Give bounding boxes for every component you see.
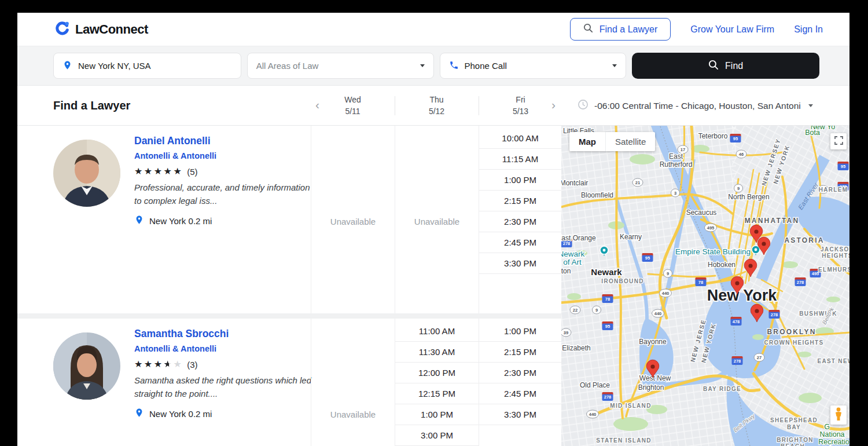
svg-text:95: 95 <box>733 136 738 141</box>
day-of-week: Thu <box>429 94 443 106</box>
map-label: ton <box>561 267 571 275</box>
availability-col-wed: Unavailable <box>311 126 395 313</box>
star-icon: ★ <box>144 360 154 369</box>
lawyer-info: Samantha Sbrocchi Antonelli & Antonelli … <box>134 328 317 419</box>
lawyer-list: Daniel Antonelli Antonelli & Antonelli ★… <box>17 126 561 446</box>
review-count: (5) <box>187 167 197 176</box>
map-label: Brighton <box>638 383 664 392</box>
road-shield: 78 <box>602 294 613 303</box>
map-view-button[interactable]: Map <box>569 132 605 151</box>
road-shield: 46 <box>736 150 746 158</box>
lawyer-firm-link[interactable]: Antonelli & Antonelli <box>134 344 317 353</box>
contact-method-select[interactable]: Phone Call <box>440 53 627 79</box>
map-panel[interactable]: 95461721939A4959597844044078229278495278… <box>561 126 849 446</box>
nav-grow-your-law-firm-link[interactable]: Grow Your Law Firm <box>690 24 774 35</box>
availability-col-fri: 10:00 AM11:15 AM1:00 PM2:15 PM2:30 PM2:4… <box>479 126 561 313</box>
find-button[interactable]: Find <box>632 53 819 79</box>
time-slot-button[interactable]: 1:00 PM <box>395 404 479 425</box>
pegman-icon <box>834 407 843 423</box>
location-input[interactable]: New York NY, USA <box>53 53 241 79</box>
time-slot-button[interactable]: 2:30 PM <box>479 211 561 232</box>
time-slot-button[interactable]: 11:00 AM <box>395 321 479 342</box>
time-slot-button[interactable]: 2:45 PM <box>479 232 561 253</box>
timezone-select[interactable]: -06:00 Central Time - Chicago, Houston, … <box>578 86 813 126</box>
fullscreen-button[interactable] <box>830 133 847 149</box>
map-label: JACKSON <box>821 246 849 253</box>
time-slot-button[interactable]: 2:15 PM <box>479 191 561 211</box>
search-icon <box>708 60 719 72</box>
map-label: G <box>824 423 830 431</box>
road-shield: 95 <box>730 134 741 142</box>
map-canvas[interactable]: 95461721939A4959597844044078229278495278… <box>561 126 849 446</box>
pegman-control[interactable] <box>830 405 847 425</box>
star-icon: ★ <box>173 360 183 369</box>
svg-text:440: 440 <box>662 291 670 296</box>
road-shield: 278 <box>602 392 613 401</box>
time-slot-button[interactable]: 1:00 PM <box>479 321 561 342</box>
nav-find-a-lawyer-button[interactable]: Find a Lawyer <box>570 18 671 41</box>
road-shield: 95 <box>642 253 653 262</box>
map-label: HARLEM <box>819 187 848 193</box>
star-icon: ★ <box>173 167 183 176</box>
svg-text:9: 9 <box>667 271 669 276</box>
lawconnect-logo-icon <box>54 20 70 38</box>
time-slot-button[interactable]: 2:45 PM <box>479 383 561 404</box>
lawyer-avatar[interactable] <box>53 332 120 400</box>
svg-text:495: 495 <box>707 225 715 231</box>
map-label: SHEEPSHEAD <box>770 417 818 423</box>
search-bar: New York NY, USA All Areas of Law Phone … <box>17 46 849 86</box>
svg-text:95: 95 <box>605 324 610 329</box>
contact-method-value: Phone Call <box>465 61 607 71</box>
location-text: New York 0.2 mi <box>149 216 212 226</box>
chevron-down-icon <box>808 104 813 107</box>
lawyer-name-link[interactable]: Daniel Antonelli <box>134 135 211 147</box>
svg-text:95: 95 <box>645 255 650 261</box>
svg-text:278: 278 <box>797 280 804 285</box>
lawyer-avatar[interactable] <box>53 140 120 207</box>
time-slot-button[interactable]: 12:15 PM <box>395 383 479 404</box>
time-slot-button[interactable]: 3:30 PM <box>479 404 561 425</box>
day-column-thu[interactable]: Thu 5/12 <box>395 86 479 126</box>
availability-col-wed: Unavailable <box>311 319 395 446</box>
lawyer-firm-link[interactable]: Antonelli & Antonelli <box>134 151 317 160</box>
area-of-law-select[interactable]: All Areas of Law <box>247 53 434 79</box>
road-shield: 27 <box>754 353 764 361</box>
lawyer-row: Samantha Sbrocchi Antonelli & Antonelli … <box>17 319 561 446</box>
star-icon: ★ <box>164 167 174 176</box>
time-slot-button[interactable]: 12:00 PM <box>395 363 479 383</box>
clock-icon <box>578 99 589 112</box>
svg-text:9: 9 <box>737 186 740 191</box>
svg-text:278: 278 <box>771 312 778 317</box>
time-slot-button[interactable]: 2:30 PM <box>479 363 561 383</box>
lawyer-profile: Daniel Antonelli Antonelli & Antonelli ★… <box>17 126 311 313</box>
svg-text:478: 478 <box>733 319 740 324</box>
search-icon <box>583 23 593 35</box>
map-label: East Orange <box>561 234 596 242</box>
time-slot-button[interactable]: 2:15 PM <box>479 342 561 363</box>
satellite-view-button[interactable]: Satellite <box>605 132 655 151</box>
time-slot-button[interactable]: 11:30 AM <box>395 342 479 363</box>
time-slot-button[interactable]: 1:00 PM <box>479 170 561 191</box>
time-slot-button[interactable]: 11:15 AM <box>479 149 561 170</box>
review-snippet: Professional, accurate, and timely infor… <box>134 181 317 207</box>
lawyer-name-link[interactable]: Samantha Sbrocchi <box>134 328 229 340</box>
time-slot-button[interactable]: 10:00 AM <box>479 128 561 149</box>
nav-sign-in-link[interactable]: Sign In <box>794 24 823 35</box>
svg-text:3: 3 <box>674 191 676 196</box>
next-day-chevron-icon[interactable]: › <box>551 98 556 112</box>
unavailable-label: Unavailable <box>311 319 395 446</box>
day-column-fri[interactable]: Fri 5/13 <box>479 86 562 126</box>
star-icon: ★ <box>154 167 164 176</box>
map-label: Old Place <box>580 381 610 389</box>
area-of-law-value: All Areas of Law <box>256 61 414 71</box>
road-shield: 9 <box>593 306 601 314</box>
review-count: (3) <box>187 360 197 369</box>
chevron-down-icon <box>420 64 425 67</box>
star-icon: ★ <box>164 360 174 369</box>
day-column-wed[interactable]: Wed 5/11 <box>311 86 395 126</box>
brand-logo[interactable]: LawConnect <box>54 20 148 38</box>
road-shield: 278 <box>769 310 780 319</box>
time-slot-button[interactable]: 3:30 PM <box>479 253 561 274</box>
road-shield: 440 <box>587 410 599 418</box>
time-slot-button[interactable]: 3:00 PM <box>395 425 479 446</box>
